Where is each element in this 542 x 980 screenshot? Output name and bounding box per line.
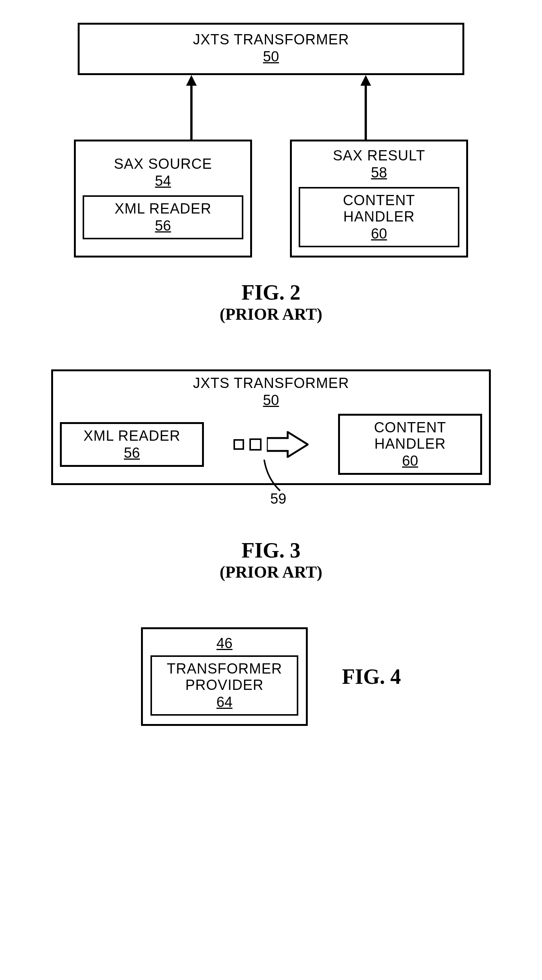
content-handler-box: CONTENT HANDLER 60: [299, 187, 460, 247]
jxts-transformer-title: JXTS TRANSFORMER: [193, 32, 349, 48]
svg-marker-3: [360, 75, 371, 86]
fig2-sublabel: (PRIOR ART): [15, 305, 527, 324]
fig3-event-flow: [233, 431, 309, 458]
sax-result-title: SAX RESULT: [333, 148, 425, 164]
fig3-xml-reader-ref: 56: [124, 445, 140, 461]
fig4-outer-ref: 46: [216, 635, 232, 652]
transformer-provider-box: TRANSFORMER PROVIDER 64: [151, 655, 298, 716]
event-square-icon: [233, 439, 244, 450]
sax-result-ref: 58: [371, 165, 387, 181]
fig3-diagram: JXTS TRANSFORMER 50 XML READER 56: [51, 369, 491, 485]
jxts-transformer-box: JXTS TRANSFORMER 50: [78, 23, 464, 75]
content-handler-title: CONTENT HANDLER: [307, 192, 451, 225]
fig3-content-handler-ref: 60: [402, 453, 418, 469]
figure-4: 46 TRANSFORMER PROVIDER 64 FIG. 4: [15, 627, 527, 726]
content-handler-ref: 60: [307, 226, 451, 242]
jxts-transformer-ref: 50: [263, 49, 279, 65]
xml-reader-title: XML READER: [91, 200, 235, 217]
fig2-label: FIG. 2: [15, 280, 527, 305]
fig3-xml-reader-box: XML READER 56: [60, 422, 204, 467]
fig2-bottom-row: SAX SOURCE 54 XML READER 56 SAX RESULT 5…: [59, 140, 483, 258]
sax-source-title: SAX SOURCE: [114, 156, 212, 172]
fig3-jxts-transformer-title: JXTS TRANSFORMER: [193, 375, 349, 391]
fig3-sublabel: (PRIOR ART): [15, 562, 527, 582]
fig4-label: FIG. 4: [342, 665, 401, 689]
fig4-outer-box: 46 TRANSFORMER PROVIDER 64: [141, 627, 308, 726]
fig3-content-handler-box: CONTENT HANDLER 60: [338, 414, 482, 475]
figure-2: JXTS TRANSFORMER 50 SAX SOURCE 54: [15, 23, 527, 324]
figure-3: JXTS TRANSFORMER 50 XML READER 56: [15, 369, 527, 582]
callout-ref-59: 59: [270, 491, 286, 507]
xml-reader-ref: 56: [91, 218, 235, 234]
sax-source-box: SAX SOURCE 54 XML READER 56: [74, 140, 252, 258]
transformer-provider-title-line2: PROVIDER: [157, 677, 292, 693]
fig2-caption: FIG. 2 (PRIOR ART): [15, 280, 527, 324]
svg-marker-4: [267, 432, 308, 457]
transformer-provider-ref: 64: [157, 694, 292, 710]
callout-line-icon: [263, 460, 286, 494]
event-square-icon: [249, 438, 261, 450]
sax-result-box: SAX RESULT 58 CONTENT HANDLER 60: [290, 140, 468, 258]
fig3-content-handler-title: CONTENT HANDLER: [344, 420, 475, 452]
fig3-caption: FIG. 3 (PRIOR ART): [15, 538, 527, 582]
fig2-diagram: JXTS TRANSFORMER 50 SAX SOURCE 54: [59, 23, 483, 258]
svg-marker-1: [186, 75, 197, 86]
fig3-label: FIG. 3: [15, 538, 527, 562]
transformer-provider-title-line1: TRANSFORMER: [157, 661, 292, 677]
xml-reader-box: XML READER 56: [82, 195, 243, 239]
fig3-jxts-transformer-ref: 50: [263, 392, 279, 409]
fig2-arrows-row: [59, 75, 483, 140]
fig4-diagram: 46 TRANSFORMER PROVIDER 64 FIG. 4: [15, 627, 527, 726]
block-arrow-right-icon: [267, 431, 309, 458]
fig3-xml-reader-title: XML READER: [83, 428, 181, 444]
sax-source-ref: 54: [155, 173, 171, 189]
